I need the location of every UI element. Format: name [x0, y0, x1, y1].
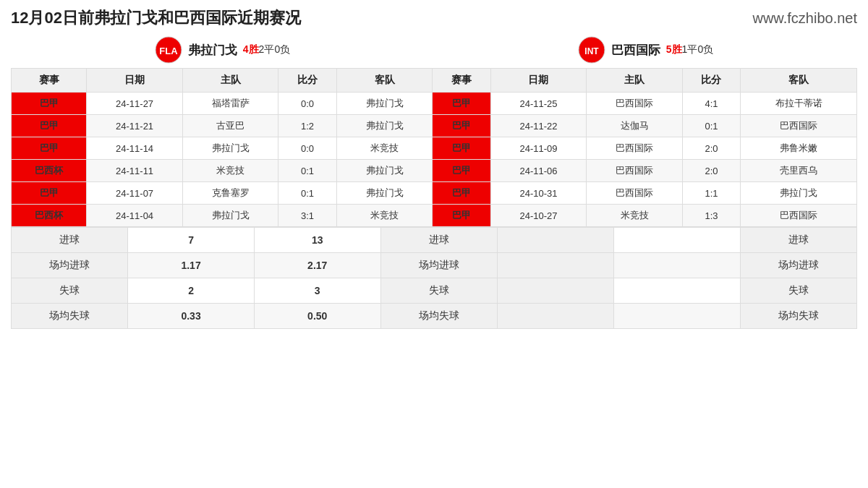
col-left-date: 日期: [87, 69, 183, 93]
right-cell: 2:0: [682, 160, 740, 182]
left-cell: 24-11-11: [87, 160, 183, 182]
left-team-record: 4胜2平0负: [243, 43, 290, 56]
left-cell: 弗拉门戈: [336, 115, 433, 137]
right-goals-label2: 进球: [740, 228, 856, 253]
right-cell: 巴西国际: [587, 93, 683, 115]
right-cell: 巴甲: [433, 115, 490, 137]
left-lost-value: 2: [128, 278, 255, 304]
left-cell: 巴西杯: [12, 160, 87, 182]
right-cell: 24-11-09: [490, 137, 587, 160]
left-team-name: 弗拉门戈: [188, 42, 237, 59]
left-cell: 24-11-07: [87, 182, 183, 205]
col-right-date: 日期: [490, 69, 587, 93]
right-cell: 巴甲: [433, 182, 490, 205]
stats-row-avg-lost: 场均失球 0.33 0.50 场均失球 场均失球: [12, 304, 857, 329]
left-cell: 米竞技: [336, 205, 433, 227]
right-avg-goals-value: 2.17: [254, 253, 380, 278]
left-cell: 弗拉门戈: [182, 137, 278, 160]
left-cell: 巴甲: [12, 115, 87, 137]
right-cell: 1:1: [682, 182, 740, 205]
teams-header: FLA 弗拉门戈 4胜2平0负 INT 巴西国际 5胜1平0负: [11, 36, 857, 64]
table-row: 巴西杯24-11-11米竞技0:1弗拉门戈巴甲24-11-06巴西国际2:0壳里…: [12, 160, 857, 182]
right-team-record: 5胜1平0负: [666, 43, 713, 56]
left-cell: 弗拉门戈: [182, 205, 278, 227]
left-cell: 米竞技: [182, 160, 278, 182]
right-cell: 米竞技: [587, 205, 683, 227]
col-left-score: 比分: [278, 69, 336, 93]
left-cell: 24-11-27: [87, 93, 183, 115]
left-cell: 克鲁塞罗: [182, 182, 278, 205]
inter-logo: INT: [578, 36, 605, 64]
right-team-name: 巴西国际: [611, 42, 660, 59]
right-cell: 24-11-06: [490, 160, 587, 182]
table-row: 巴西杯24-11-04弗拉门戈3:1米竞技巴甲24-10-27米竞技1:3巴西国…: [12, 205, 857, 227]
right-cell: 24-11-22: [490, 115, 587, 137]
right-cell: 1:3: [682, 205, 740, 227]
left-avg-goals-label: 场均进球: [12, 253, 128, 278]
table-row: 巴甲24-11-07克鲁塞罗0:1弗拉门戈巴甲24-10-31巴西国际1:1弗拉…: [12, 182, 857, 205]
svg-text:FLA: FLA: [159, 46, 178, 56]
left-cell: 古亚巴: [182, 115, 278, 137]
right-goals-value2: [614, 228, 741, 253]
right-cell: 弗鲁米嫩: [741, 137, 857, 160]
right-cell: 达伽马: [587, 115, 683, 137]
col-left-away: 客队: [336, 69, 433, 93]
right-cell: 0:1: [682, 115, 740, 137]
stats-table: 进球 7 13 进球 进球 场均进球 1.17 2.17 场均进球 场均进球 失…: [11, 227, 857, 329]
right-avg-lost-value: 0.50: [254, 304, 380, 329]
right-avg-lost-label2: 场均失球: [740, 304, 856, 329]
right-avg-lost-label: 场均失球: [380, 304, 497, 329]
right-cell: 巴甲: [433, 93, 490, 115]
col-right-type: 赛事: [433, 69, 490, 93]
left-avg-goals-value: 1.17: [128, 253, 255, 278]
left-cell: 米竞技: [336, 137, 433, 160]
left-cell: 3:1: [278, 205, 336, 227]
spacer2: [497, 253, 613, 278]
left-cell: 弗拉门戈: [336, 160, 433, 182]
left-cell: 巴甲: [12, 182, 87, 205]
stats-row-avg-goals: 场均进球 1.17 2.17 场均进球 场均进球: [12, 253, 857, 278]
left-cell: 弗拉门戈: [336, 93, 433, 115]
left-avg-lost-label: 场均失球: [12, 304, 128, 329]
right-cell: 弗拉门戈: [741, 182, 857, 205]
right-cell: 4:1: [682, 93, 740, 115]
spacer4: [497, 304, 613, 329]
right-cell: 巴西国际: [587, 160, 683, 182]
right-avg-goals-label2: 场均进球: [740, 253, 856, 278]
col-left-home: 主队: [182, 69, 278, 93]
right-cell: 巴西国际: [587, 137, 683, 160]
right-cell: 布拉干蒂诺: [741, 93, 857, 115]
left-cell: 24-11-14: [87, 137, 183, 160]
col-right-score: 比分: [682, 69, 740, 93]
col-right-home: 主队: [587, 69, 683, 93]
right-cell: 2:0: [682, 137, 740, 160]
right-cell: 24-10-31: [490, 182, 587, 205]
right-cell: 巴甲: [433, 160, 490, 182]
spacer3: [497, 278, 613, 304]
left-goals-label: 进球: [12, 228, 128, 253]
page-title: 12月02日前弗拉门戈和巴西国际近期赛况: [11, 7, 301, 29]
main-table: 赛事 日期 主队 比分 客队 赛事 日期 主队 比分 客队 巴甲24-11-27…: [11, 68, 857, 227]
table-row: 巴甲24-11-27福塔雷萨0:0弗拉门戈巴甲24-11-25巴西国际4:1布拉…: [12, 93, 857, 115]
right-cell: 24-11-25: [490, 93, 587, 115]
right-cell: 巴西国际: [741, 115, 857, 137]
right-lost-value: 3: [254, 278, 380, 304]
svg-text:INT: INT: [584, 46, 599, 56]
right-avg-goals-label: 场均进球: [380, 253, 497, 278]
right-cell: 24-10-27: [490, 205, 587, 227]
left-goals-value: 7: [128, 228, 255, 253]
left-cell: 弗拉门戈: [336, 182, 433, 205]
right-goals-value: 13: [254, 228, 380, 253]
right-cell: 巴西国际: [587, 182, 683, 205]
flamengo-logo: FLA: [155, 36, 182, 64]
right-lost-label: 失球: [380, 278, 497, 304]
right-goals-label: 进球: [380, 228, 497, 253]
left-cell: 巴西杯: [12, 205, 87, 227]
stats-row-goals: 进球 7 13 进球 进球: [12, 228, 857, 253]
left-cell: 1:2: [278, 115, 336, 137]
stats-row-lost: 失球 2 3 失球 失球: [12, 278, 857, 304]
right-lost-label2: 失球: [740, 278, 856, 304]
right-cell: 巴西国际: [741, 205, 857, 227]
website-url: www.fczhibo.net: [752, 10, 857, 27]
col-right-away: 客队: [741, 69, 857, 93]
